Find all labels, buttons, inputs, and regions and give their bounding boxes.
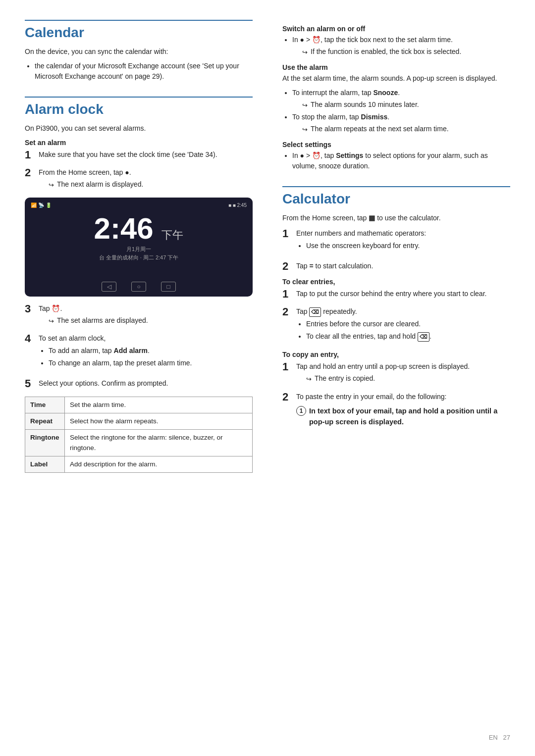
use-alarm-arrow-2: ↪ The alarm repeats at the next set alar… <box>302 124 510 135</box>
calculator-section: Calculator From the Home screen, tap ▦ t… <box>282 186 510 431</box>
table-cell-label-value: Add description for the alarm. <box>65 456 253 472</box>
clear-step-1: 1 Tap to put the cursor behind the entry… <box>282 288 510 301</box>
table-row-ringtone: Ringtone Select the ringtone for the ala… <box>25 430 253 456</box>
device-screenshot: 📶 📡 🔋 ■ ■ 2:45 2:46 下午 月1月周一 台 全量的成材向 · … <box>25 198 253 297</box>
use-alarm-intro: At the set alarm time, the alarm sounds.… <box>282 73 510 84</box>
calendar-bullet-1: the calendar of your Microsoft Exchange … <box>35 61 253 82</box>
switch-alarm-label: Switch an alarm on or off <box>282 25 510 33</box>
alarm-step-2-arrow: ↪ The next alarm is displayed. <box>49 179 253 190</box>
copy-sub-step-1-text: In text box of your email, tap and hold … <box>309 406 510 428</box>
device-recent-btn: □ <box>161 282 176 292</box>
copy-step-2-text: To paste the entry in your email, do the… <box>296 393 447 401</box>
alarm-step-2: 2 From the Home screen, tap ●. ↪ The nex… <box>25 166 253 192</box>
right-column: Switch an alarm on or off In ● > ⏰, tap … <box>277 20 510 477</box>
clear-entries-label: To clear entries, <box>282 278 510 286</box>
table-cell-label-label: Label <box>25 456 65 472</box>
calculator-title: Calculator <box>282 186 510 207</box>
device-time: 2:46 下午 <box>29 214 249 244</box>
alarm-step-4-bullets: To add an alarm, tap Add alarm. To chang… <box>49 346 253 368</box>
clear-step-1-text: Tap to put the cursor behind the entry w… <box>296 290 486 298</box>
lang-label: EN <box>489 734 498 741</box>
calendar-section: Calendar On the device, you can sync the… <box>25 20 253 82</box>
select-settings-bullets: In ● > ⏰, tap Settings to select options… <box>292 151 510 171</box>
copy-step-1-arrow: ↪ The entry is copied. <box>306 373 510 384</box>
clear-step-2: 2 Tap ⌫ repeatedly. Entries before the c… <box>282 305 510 346</box>
table-cell-ringtone-value: Select the ringtone for the alarm: silen… <box>65 430 253 456</box>
calc-step-1-bullets: Use the onscreen keyboard for entry. <box>306 241 510 251</box>
alarm-step-3-arrow: ↪ The set alarms are displayed. <box>49 315 253 326</box>
alarm-clock-intro: On Pi3900, you can set several alarms. <box>25 123 253 134</box>
use-alarm-arrow-1: ↪ The alarm sounds 10 minutes later. <box>302 100 510 110</box>
device-nav-bar: ◁ ○ □ <box>25 282 253 292</box>
device-home-btn: ○ <box>131 282 146 292</box>
page-number: 27 <box>503 734 510 741</box>
clear-step-2-bullet-1: Entries before the cursor are cleared. <box>306 319 510 329</box>
alarm-step-4-text: To set an alarm clock, <box>39 334 106 342</box>
alarm-step-3-text: Tap ⏰. <box>39 304 62 312</box>
arrow-icon-6: ↪ <box>306 374 312 384</box>
device-status-bar: 📶 📡 🔋 ■ ■ 2:45 <box>29 202 249 209</box>
select-settings-bullet-1: In ● > ⏰, tap Settings to select options… <box>292 151 510 171</box>
table-row-time: Time Set the alarm time. <box>25 397 253 413</box>
calc-step-2: 2 Tap = to start calculation. <box>282 260 510 273</box>
calendar-intro: On the device, you can sync the calendar… <box>25 47 253 57</box>
alarm-step-3: 3 Tap ⏰. ↪ The set alarms are displayed. <box>25 302 253 328</box>
arrow-icon-5: ↪ <box>302 125 308 135</box>
backspace-icon-2: ⌫ <box>418 332 429 342</box>
table-cell-time-value: Set the alarm time. <box>65 397 253 413</box>
use-alarm-bullet-2: To stop the alarm, tap Dismiss. ↪ The al… <box>292 112 510 135</box>
page-footer: EN 27 <box>489 734 510 741</box>
alarm-icon: ⏰ <box>52 304 60 312</box>
calendar-title: Calendar <box>25 20 253 41</box>
switch-alarm-bullet-1: In ● > ⏰, tap the tick box next to the s… <box>292 35 510 57</box>
copy-step-1: 1 Tap and hold an entry until a pop-up s… <box>282 360 510 386</box>
select-settings-label: Select settings <box>282 141 510 149</box>
table-cell-ringtone-label: Ringtone <box>25 430 65 456</box>
use-alarm-section: Use the alarm At the set alarm time, the… <box>282 63 510 135</box>
circle-num-1: 1 <box>296 406 306 416</box>
table-row-repeat: Repeat Select how the alarm repeats. <box>25 413 253 430</box>
use-alarm-bullets: To interrupt the alarm, tap Snooze. ↪ Th… <box>292 88 510 135</box>
clear-step-2-bullets: Entries before the cursor are cleared. T… <box>306 319 510 342</box>
arrow-icon-3: ↪ <box>302 48 308 57</box>
use-alarm-bullet-1: To interrupt the alarm, tap Snooze. ↪ Th… <box>292 88 510 110</box>
home-icon: ● <box>125 168 129 176</box>
device-back-btn: ◁ <box>102 282 116 292</box>
backspace-icon: ⌫ <box>309 307 321 317</box>
device-ampm: 下午 <box>161 229 183 241</box>
switch-alarm-arrow: ↪ If the function is enabled, the tick b… <box>302 47 510 57</box>
arrow-icon-4: ↪ <box>302 101 308 110</box>
alarm-step-2-text: From the Home screen, tap ●. <box>39 168 131 176</box>
calendar-bullets: the calendar of your Microsoft Exchange … <box>35 61 253 82</box>
clear-step-2-text: Tap ⌫ repeatedly. <box>296 307 357 315</box>
alarm-clock-section: Alarm clock On Pi3900, you can set sever… <box>25 97 253 473</box>
arrow-icon-2: ↪ <box>49 316 54 326</box>
calc-step-2-text: Tap = to start calculation. <box>296 262 373 270</box>
table-cell-time-label: Time <box>25 397 65 413</box>
set-alarm-label: Set an alarm <box>25 139 253 147</box>
alarm-table: Time Set the alarm time. Repeat Select h… <box>25 397 253 473</box>
copy-step-2: 2 To paste the entry in your email, do t… <box>282 391 510 431</box>
table-row-label: Label Add description for the alarm. <box>25 456 253 472</box>
select-settings-section: Select settings In ● > ⏰, tap Settings t… <box>282 141 510 171</box>
device-date: 月1月周一 <box>29 246 249 253</box>
use-alarm-label: Use the alarm <box>282 63 510 71</box>
alarm-step-1: 1 Make sure that you have set the clock … <box>25 149 253 161</box>
switch-alarm-section: Switch an alarm on or off In ● > ⏰, tap … <box>282 25 510 57</box>
alarm-step-4: 4 To set an alarm clock, To add an alarm… <box>25 332 253 372</box>
table-cell-repeat-label: Repeat <box>25 413 65 430</box>
arrow-icon: ↪ <box>49 180 54 190</box>
left-column: Calendar On the device, you can sync the… <box>25 20 258 477</box>
device-info: 台 全量的成材向 · 周二 2:47 下午 <box>29 254 249 261</box>
table-cell-repeat-value: Select how the alarm repeats. <box>65 413 253 430</box>
alarm-step-1-text: Make sure that you have set the clock ti… <box>39 151 217 158</box>
calc-step-1: 1 Enter numbers and mathematic operators… <box>282 227 510 255</box>
switch-alarm-bullets: In ● > ⏰, tap the tick box next to the s… <box>292 35 510 57</box>
alarm-step-4-bullet-1: To add an alarm, tap Add alarm. <box>49 346 253 356</box>
alarm-step-5: 5 Select your options. Confirm as prompt… <box>25 377 253 390</box>
clear-step-2-bullet-2: To clear all the entries, tap and hold ⌫… <box>306 331 510 342</box>
copy-step-1-text: Tap and hold an entry until a pop-up scr… <box>296 362 470 370</box>
alarm-step-4-bullet-2: To change an alarm, tap the preset alarm… <box>49 358 253 368</box>
copy-entry-label: To copy an entry, <box>282 351 510 358</box>
calc-step-1-text: Enter numbers and mathematic operators: <box>296 229 426 237</box>
